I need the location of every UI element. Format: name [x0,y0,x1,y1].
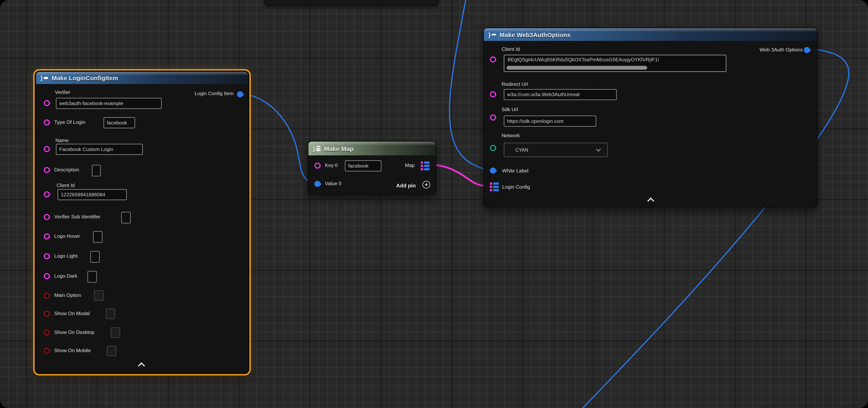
collapse-chevron-icon[interactable] [138,362,145,369]
pin-client-id[interactable] [44,191,50,197]
input-name[interactable]: Facebook Custom Login [56,144,143,155]
output-pin-map[interactable] [421,162,430,170]
node-title: Make Map [324,145,353,152]
dropdown-chevron-icon [596,147,601,151]
pin-type-of-login[interactable] [44,120,50,126]
add-pin-button[interactable]: Add pin [396,182,416,189]
input-type-of-login[interactable]: facebook [103,117,135,128]
pin-label-client-id: Client Id [501,46,520,53]
node-header[interactable]: Make Web3AuthOptions [484,28,817,41]
pin-description[interactable] [44,167,50,173]
output-pin-login-config-item[interactable] [237,91,243,97]
collapse-chevron-icon[interactable] [647,198,654,205]
offscreen-node-edge[interactable] [264,0,439,5]
input-description[interactable] [92,165,101,176]
input-client-id[interactable]: BEglQSgt4cUWcj6SKRdu5QkOXTsePmMcusG5EAoy… [504,55,726,72]
pin-label-redirect-url: Redirect Url [501,81,528,88]
node-header[interactable]: Make LoginConfigItem [36,72,248,84]
pin-value-0[interactable] [314,181,320,187]
input-verifier-sub-identifier[interactable] [121,212,130,223]
node-make-login-config-item[interactable]: Make LoginConfigItem Login Config Item V… [35,71,249,373]
checkbox-show-on-mobile[interactable] [107,346,116,356]
checkbox-main-option[interactable] [94,290,103,301]
add-pin-icon[interactable] [423,181,430,189]
node-make-web3auth-options[interactable]: Make Web3AuthOptions Web 3Auth Options C… [483,28,817,207]
blueprint-editor: Make LoginConfigItem Login Config Item V… [0,0,868,408]
pin-label-logo-dark: Logo Dark [54,273,77,279]
make-map-icon [313,146,321,151]
pin-label-type-of-login: Type Of Login [54,120,85,126]
pin-label-key-0: Key 0 [325,163,338,169]
pin-show-on-mobile[interactable] [44,348,50,354]
input-client-id[interactable]: 1222658941886084 [58,189,127,200]
input-redirect-url[interactable]: w3a://com.w3a.Web3AuthUnreal [504,89,617,100]
pin-logo-dark[interactable] [44,273,50,279]
pin-label-show-on-mobile: Show On Mobile [54,348,91,354]
network-selected-value: CYAN [516,147,528,152]
graph-canvas[interactable]: Make LoginConfigItem Login Config Item V… [0,0,868,408]
wire-login-config-item-to-value0[interactable] [240,94,315,182]
input-logo-light[interactable] [90,251,99,263]
pin-white-label[interactable] [490,168,496,174]
input-logo-hover[interactable] [93,231,102,243]
pin-key-0[interactable] [314,163,320,169]
pin-client-id[interactable] [490,57,496,63]
pin-name[interactable] [44,146,50,152]
pin-label-description: Description [54,167,79,173]
pin-sdk-url[interactable] [490,114,496,121]
output-pin-label: Login Config Item [194,91,234,97]
pin-label-name: Name [55,138,69,144]
pin-label-login-config: Login Config [502,184,530,190]
pin-label-logo-light: Logo Light [54,253,78,259]
client-id-scrollbar[interactable] [506,66,647,70]
pin-label-value-0: Value 0 [325,181,342,187]
checkbox-show-on-desktop[interactable] [111,328,120,338]
pin-label-map-output: Map [405,163,415,169]
pin-label-client-id: Client Id [57,182,75,189]
pin-verifier-sub-identifier[interactable] [44,214,50,220]
pin-logo-hover[interactable] [44,233,50,239]
output-pin-web3auth-options[interactable] [804,47,810,53]
node-make-map[interactable]: Make Map Key 0 facebook Map Value 0 Add … [308,141,436,195]
pin-label-show-on-modal: Show On Modal [54,311,90,317]
pin-login-config[interactable] [490,182,499,192]
pin-show-on-desktop[interactable] [44,330,50,336]
checkbox-show-on-modal[interactable] [106,309,115,319]
client-id-text: BEglQSgt4cUWcj6SKRdu5QkOXTsePmMcusG5EAoy… [508,57,659,62]
network-dropdown[interactable]: CYAN [504,143,608,157]
pin-label-verifier: Verifier [55,90,70,96]
node-title: Make Web3AuthOptions [500,31,571,38]
pin-redirect-url[interactable] [490,91,496,97]
make-struct-icon [40,75,48,81]
pin-logo-light[interactable] [44,253,50,259]
input-logo-dark[interactable] [88,271,97,282]
pin-verifier[interactable] [44,100,50,106]
input-key-0[interactable]: facebook [345,160,381,171]
pin-label-sdk-url: Sdk Url [501,107,518,113]
output-pin-label: Web 3Auth Options [760,47,803,53]
pin-label-logo-hover: Logo Hover [54,233,80,239]
pin-show-on-modal[interactable] [44,311,50,317]
pin-label-main-option: Main Option [54,293,81,299]
node-header[interactable]: Make Map [308,141,436,155]
pin-main-option[interactable] [44,293,50,299]
input-sdk-url[interactable]: https://sdk.openlogin.com [504,115,596,127]
pin-label-network: Network [501,133,520,139]
make-struct-icon [488,32,496,37]
node-title: Make LoginConfigItem [52,75,118,81]
pin-network[interactable] [490,145,496,151]
pin-label-white-label: White Label [502,168,528,174]
input-verifier[interactable]: web3auth-facebook-example [56,98,162,109]
pin-label-verifier-sub-identifier: Verifier Sub Identifier [54,214,100,220]
pin-label-show-on-desktop: Show On Desktop [54,330,94,336]
